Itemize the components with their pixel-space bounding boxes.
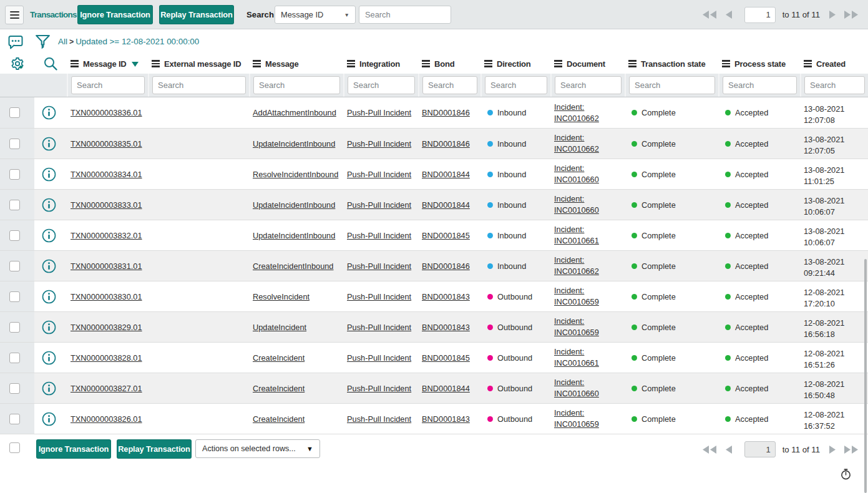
document-link[interactable]: Incident:INC0010662 bbox=[554, 255, 599, 277]
row-checkbox[interactable] bbox=[9, 414, 20, 424]
integration-link[interactable]: Push-Pull Incident bbox=[347, 170, 411, 179]
bond-link[interactable]: BND0001844 bbox=[422, 384, 470, 393]
document-link[interactable]: Incident:INC0010659 bbox=[554, 408, 599, 430]
message-id-link[interactable]: TXN0000003828.01 bbox=[71, 353, 142, 363]
column-menu-icon[interactable] bbox=[484, 59, 492, 69]
document-link[interactable]: Incident:INC0010661 bbox=[554, 346, 599, 369]
column-search-input[interactable] bbox=[485, 76, 547, 94]
info-icon[interactable] bbox=[42, 290, 56, 304]
search-field-select[interactable]: Message ID ▼ bbox=[275, 6, 356, 24]
info-icon[interactable] bbox=[42, 228, 56, 243]
column-search-input[interactable] bbox=[422, 76, 477, 94]
info-icon[interactable] bbox=[42, 320, 56, 334]
row-checkbox[interactable] bbox=[9, 107, 20, 118]
message-link[interactable]: AddAttachmentInbound bbox=[253, 108, 336, 117]
column-header-message-id[interactable]: Message ID bbox=[67, 54, 148, 74]
message-id-link[interactable]: TXN0000003833.01 bbox=[71, 200, 142, 210]
chat-icon[interactable] bbox=[8, 35, 24, 51]
message-link[interactable]: UpdateIncidentInbound bbox=[253, 231, 335, 240]
integration-link[interactable]: Push-Pull Incident bbox=[347, 353, 411, 363]
integration-link[interactable]: Push-Pull Incident bbox=[347, 292, 411, 301]
column-header-label[interactable]: Integration bbox=[359, 59, 400, 69]
page-number-input[interactable] bbox=[744, 7, 776, 23]
integration-link[interactable]: Push-Pull Incident bbox=[347, 139, 411, 149]
message-link[interactable]: ResolveIncidentInbound bbox=[253, 170, 338, 179]
message-id-link[interactable]: TXN0000003831.01 bbox=[71, 261, 142, 271]
column-menu-icon[interactable] bbox=[722, 59, 730, 69]
column-header-process-state[interactable]: Process state bbox=[718, 54, 800, 74]
integration-link[interactable]: Push-Pull Incident bbox=[347, 384, 411, 393]
search-icon[interactable] bbox=[43, 56, 58, 71]
gear-icon[interactable] bbox=[11, 57, 24, 71]
document-link[interactable]: Incident:INC0010659 bbox=[554, 285, 599, 308]
integration-link[interactable]: Push-Pull Incident bbox=[347, 323, 411, 332]
filter-icon[interactable] bbox=[36, 34, 50, 52]
column-search-input[interactable] bbox=[629, 76, 715, 94]
column-header-label[interactable]: Message ID bbox=[83, 59, 127, 69]
column-header-direction[interactable]: Direction bbox=[480, 54, 550, 74]
info-icon[interactable] bbox=[42, 167, 56, 182]
row-checkbox[interactable] bbox=[9, 139, 20, 149]
info-icon[interactable] bbox=[42, 137, 56, 151]
column-menu-icon[interactable] bbox=[253, 59, 261, 69]
column-header-label[interactable]: Bond bbox=[434, 59, 454, 69]
breadcrumb-query-link[interactable]: Updated >= 12-08-2021 00:00:00 bbox=[76, 37, 199, 46]
message-id-link[interactable]: TXN0000003835.01 bbox=[71, 139, 142, 149]
first-page-button[interactable] bbox=[702, 445, 717, 454]
bond-link[interactable]: BND0001843 bbox=[422, 414, 470, 424]
message-id-link[interactable]: TXN0000003836.01 bbox=[71, 108, 142, 117]
bond-link[interactable]: BND0001846 bbox=[422, 261, 470, 271]
row-checkbox[interactable] bbox=[9, 200, 20, 210]
bond-link[interactable]: BND0001845 bbox=[422, 353, 470, 363]
info-icon[interactable] bbox=[42, 351, 56, 365]
bond-link[interactable]: BND0001845 bbox=[422, 231, 470, 240]
footer-replay-transaction-button[interactable]: Replay Transaction bbox=[117, 439, 192, 459]
column-search-input[interactable] bbox=[555, 76, 622, 94]
row-checkbox[interactable] bbox=[9, 322, 20, 333]
info-icon[interactable] bbox=[42, 412, 56, 426]
column-search-input[interactable] bbox=[253, 76, 340, 94]
message-link[interactable]: CreateIncidentInbound bbox=[253, 261, 334, 271]
message-id-link[interactable]: TXN0000003829.01 bbox=[71, 323, 142, 332]
message-link[interactable]: UpdateIncidentInbound bbox=[253, 200, 335, 210]
list-search-input[interactable] bbox=[359, 6, 451, 24]
next-page-button[interactable] bbox=[829, 10, 836, 19]
row-checkbox[interactable] bbox=[9, 230, 20, 241]
column-header-label[interactable]: Created bbox=[816, 59, 846, 69]
integration-link[interactable]: Push-Pull Incident bbox=[347, 414, 411, 424]
column-header-label[interactable]: Direction bbox=[497, 59, 531, 69]
first-page-button[interactable] bbox=[702, 10, 717, 19]
column-search-input[interactable] bbox=[723, 76, 797, 94]
bond-link[interactable]: BND0001843 bbox=[422, 292, 470, 301]
column-search-input[interactable] bbox=[152, 76, 246, 94]
message-id-link[interactable]: TXN0000003834.01 bbox=[71, 170, 142, 179]
row-checkbox[interactable] bbox=[9, 353, 20, 363]
document-link[interactable]: Incident:INC0010662 bbox=[554, 132, 599, 155]
column-menu-icon[interactable] bbox=[804, 59, 812, 69]
info-icon[interactable] bbox=[42, 105, 56, 120]
column-header-label[interactable]: Process state bbox=[734, 59, 786, 69]
info-icon[interactable] bbox=[42, 259, 56, 273]
row-checkbox[interactable] bbox=[9, 169, 20, 180]
column-header-label[interactable]: Transaction state bbox=[641, 59, 706, 69]
ignore-transaction-button[interactable]: Ignore Transaction bbox=[77, 5, 153, 24]
row-checkbox[interactable] bbox=[9, 261, 20, 271]
list-context-menu-button[interactable] bbox=[5, 6, 24, 24]
select-all-checkbox[interactable] bbox=[9, 442, 20, 453]
integration-link[interactable]: Push-Pull Incident bbox=[347, 231, 411, 240]
previous-page-button[interactable] bbox=[725, 445, 733, 454]
document-link[interactable]: Incident:INC0010662 bbox=[554, 102, 599, 124]
message-link[interactable]: UpdateIncident bbox=[253, 323, 306, 332]
last-page-button[interactable] bbox=[844, 445, 859, 454]
bond-link[interactable]: BND0001844 bbox=[422, 200, 470, 210]
document-link[interactable]: Incident:INC0010659 bbox=[554, 316, 599, 338]
document-link[interactable]: Incident:INC0010660 bbox=[554, 193, 599, 216]
document-link[interactable]: Incident:INC0010660 bbox=[554, 377, 599, 399]
column-menu-icon[interactable] bbox=[554, 59, 562, 69]
bond-link[interactable]: BND0001843 bbox=[422, 323, 470, 332]
message-id-link[interactable]: TXN0000003832.01 bbox=[71, 231, 142, 240]
integration-link[interactable]: Push-Pull Incident bbox=[347, 108, 411, 117]
vertical-scrollbar[interactable] bbox=[864, 259, 867, 493]
column-menu-icon[interactable] bbox=[71, 59, 79, 69]
message-link[interactable]: CreateIncident bbox=[253, 353, 305, 363]
